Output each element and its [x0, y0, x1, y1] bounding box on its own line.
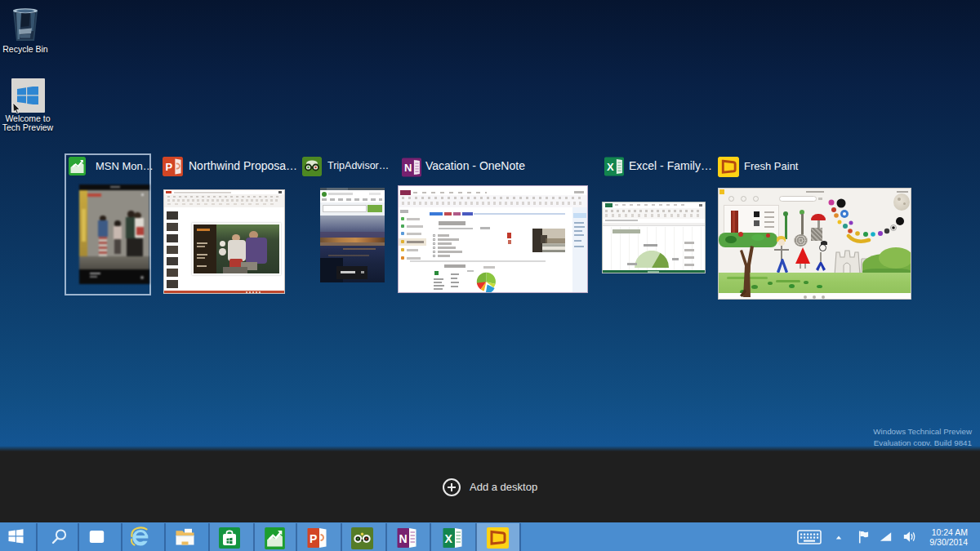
- svg-text:P: P: [165, 161, 172, 173]
- svg-text:X: X: [445, 532, 453, 545]
- svg-text:P: P: [310, 532, 317, 545]
- svg-text:N: N: [404, 162, 412, 174]
- svg-text:N: N: [399, 532, 408, 545]
- svg-text:X: X: [607, 161, 614, 173]
